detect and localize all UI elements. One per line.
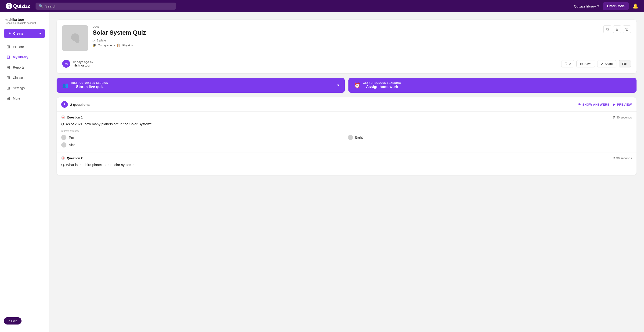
author-row: m 12 days ago by mishika toor xyxy=(62,60,93,68)
top-navigation: Q Quizizz 🔍 Quizizz library ▾ Enter Code… xyxy=(0,0,644,12)
answer-choices-label: answer choices xyxy=(61,129,632,132)
question-1-header: Question 1 ⏱ 30 seconds xyxy=(61,115,632,119)
notification-bell-icon[interactable]: 🔔 xyxy=(632,3,638,9)
dot-separator: • xyxy=(114,44,115,47)
grade-label: 2nd grade xyxy=(98,44,112,47)
sidebar-item-classes[interactable]: ⊞ Classes xyxy=(2,73,47,83)
homework-text: ASYNCHRONOUS LEARNING Assign homework xyxy=(363,82,401,89)
sidebar-item-reports[interactable]: ⊞ Reports xyxy=(2,63,47,72)
quiz-info: QUIZ Solar System Quiz ▷ 2 plays 🎓 2nd g… xyxy=(92,25,631,47)
choice-eight-text: Eight xyxy=(355,135,363,139)
heart-icon: ♡ xyxy=(565,62,568,66)
print-button[interactable]: 🖨 xyxy=(613,25,621,33)
preview-button[interactable]: ▶ PREVIEW xyxy=(613,103,632,106)
question-1-label: Question 1 xyxy=(61,115,82,119)
author-text: 12 days ago by mishika toor xyxy=(72,60,93,67)
svg-point-1 xyxy=(75,39,80,43)
help-button[interactable]: ? Help xyxy=(4,317,22,324)
create-button[interactable]: ＋ Create ▾ xyxy=(4,29,45,38)
questions-count: 2 xyxy=(64,103,66,106)
share-button[interactable]: ↗ Share xyxy=(597,60,616,67)
question-2-number: Question 2 xyxy=(67,156,82,160)
question-1-time-value: 30 seconds xyxy=(616,116,632,119)
question-1-time: ⏱ 30 seconds xyxy=(612,116,632,119)
footer-buttons: ♡ 0 🗂 Save ↗ Share Edit xyxy=(561,60,631,67)
settings-icon: ⊞ xyxy=(6,85,10,91)
chevron-down-icon: ▾ xyxy=(39,32,41,35)
questions-title: 2 2 questions xyxy=(61,101,90,108)
like-button[interactable]: ♡ 0 xyxy=(561,60,574,67)
explore-icon: ⊞ xyxy=(6,44,10,49)
trash-icon: 🗑 xyxy=(625,27,629,31)
sidebar-item-my-library[interactable]: ⊟ My library xyxy=(2,52,47,62)
question-2-time: ⏱ 30 seconds xyxy=(612,156,632,160)
enter-code-button[interactable]: Enter Code xyxy=(603,2,629,10)
logo-text: Quizizz xyxy=(13,3,30,9)
homework-main-label: Assign homework xyxy=(366,85,398,89)
sidebar-item-label: Classes xyxy=(13,76,24,80)
sidebar-item-more[interactable]: ⊞ More xyxy=(2,93,47,103)
header-actions: 👁 SHOW ANSWERS ▶ PREVIEW xyxy=(578,103,632,106)
choice-radio-3 xyxy=(61,142,66,147)
live-quiz-icon: 👥 xyxy=(62,82,68,88)
choices-grid-1: Ten Eight xyxy=(61,135,632,140)
plus-icon: ＋ xyxy=(8,31,11,36)
choice-radio-2 xyxy=(348,135,353,140)
share-icon: ↗ xyxy=(601,62,603,66)
show-answers-button[interactable]: 👁 SHOW ANSWERS xyxy=(578,103,610,106)
copy-button[interactable]: ⧉ xyxy=(603,25,611,33)
clock-icon: ⏱ xyxy=(612,116,615,119)
reports-icon: ⊞ xyxy=(6,65,10,70)
main-content: QUIZ Solar System Quiz ▷ 2 plays 🎓 2nd g… xyxy=(49,12,644,332)
eye-icon: 👁 xyxy=(578,103,581,106)
logo-q-icon: Q xyxy=(6,3,12,9)
question-2-text: Q. What is the third planet in our solar… xyxy=(61,163,632,167)
library-icon: ⊟ xyxy=(6,55,10,60)
preview-label: PREVIEW xyxy=(617,103,632,106)
save-button[interactable]: 🗂 Save xyxy=(576,60,595,67)
question-2-label: Question 2 xyxy=(61,156,82,160)
more-icon: ⊞ xyxy=(6,96,10,101)
quiz-card-top: QUIZ Solar System Quiz ▷ 2 plays 🎓 2nd g… xyxy=(62,25,631,51)
delete-button[interactable]: 🗑 xyxy=(623,25,631,33)
questions-section: 2 2 questions 👁 SHOW ANSWERS ▶ PREVIEW xyxy=(56,97,636,175)
search-bar[interactable]: 🔍 xyxy=(36,3,176,10)
library-button[interactable]: Quizizz library ▾ xyxy=(574,4,599,8)
start-live-quiz-button[interactable]: 👥 INSTRUCTOR-LED SESSION Start a live qu… xyxy=(56,78,345,93)
clock-icon-2: ⏱ xyxy=(612,156,615,160)
edit-label: Edit xyxy=(622,62,628,66)
live-quiz-chevron-icon: ▾ xyxy=(337,83,339,88)
assign-homework-button[interactable]: ⏰ ASYNCHRONOUS LEARNING Assign homework xyxy=(348,78,636,93)
choice-nine-text: Nine xyxy=(69,143,76,147)
question-dot-icon xyxy=(61,115,65,119)
sidebar: mishika toor Schools & Districts account… xyxy=(0,12,49,332)
action-buttons: 👥 INSTRUCTOR-LED SESSION Start a live qu… xyxy=(56,78,636,93)
questions-count-text: 2 questions xyxy=(70,103,90,106)
play-icon: ▶ xyxy=(613,103,616,106)
choice-radio-1 xyxy=(61,135,66,140)
grade-icon: 🎓 xyxy=(92,44,96,47)
questions-count-badge: 2 xyxy=(61,101,68,108)
sidebar-item-settings[interactable]: ⊞ Settings xyxy=(2,83,47,93)
question-1-text: Q. As of 2021, how many planets are in t… xyxy=(61,122,632,126)
question-2-header: Question 2 ⏱ 30 seconds xyxy=(61,156,632,160)
question-2-time-value: 30 seconds xyxy=(616,156,632,160)
questions-header: 2 2 questions 👁 SHOW ANSWERS ▶ PREVIEW xyxy=(56,97,636,112)
help-icon: ? xyxy=(8,319,10,323)
show-answers-label: SHOW ANSWERS xyxy=(582,103,610,106)
play-icon: ▷ xyxy=(92,39,95,42)
homework-sub-label: ASYNCHRONOUS LEARNING xyxy=(363,82,401,84)
question-1-number: Question 1 xyxy=(67,116,82,119)
logo[interactable]: Q Quizizz xyxy=(6,3,30,9)
search-input[interactable] xyxy=(45,4,172,8)
live-quiz-main-label: Start a live quiz xyxy=(76,85,103,89)
edit-button[interactable]: Edit xyxy=(619,60,631,67)
sidebar-item-explore[interactable]: ⊞ Explore xyxy=(2,42,47,52)
subject-label: Physics xyxy=(122,44,133,47)
choice-nine: Nine xyxy=(61,142,632,147)
quiz-thumbnail xyxy=(62,25,88,51)
sidebar-bottom: ? Help xyxy=(0,313,49,328)
save-label: Save xyxy=(584,62,592,66)
author-time: 12 days ago by xyxy=(72,60,93,64)
subject-icon: 📋 xyxy=(117,44,120,47)
